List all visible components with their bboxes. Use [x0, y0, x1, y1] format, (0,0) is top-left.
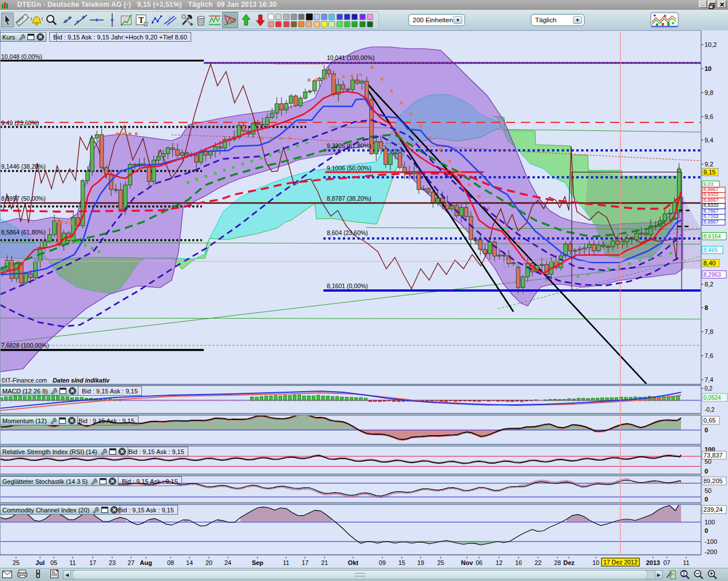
svg-text:9,6: 9,6 [705, 113, 713, 120]
svg-text:2013: 2013 [646, 559, 660, 566]
svg-text:10: 10 [705, 65, 711, 72]
svg-text:Daten sind indikativ: Daten sind indikativ [53, 377, 110, 384]
svg-text:9,4: 9,4 [705, 137, 713, 144]
svg-text:8: 8 [705, 304, 708, 311]
svg-text:11: 11 [683, 559, 689, 566]
svg-text:10: 10 [592, 559, 599, 566]
svg-text:27: 27 [128, 559, 134, 566]
svg-text:08: 08 [167, 559, 174, 566]
svg-text:17: 17 [302, 559, 308, 566]
svg-text:10,2: 10,2 [705, 41, 717, 48]
svg-text:24: 24 [224, 559, 231, 566]
svg-text:0,2: 0,2 [705, 385, 713, 392]
svg-text:28: 28 [554, 559, 561, 566]
svg-text:11: 11 [69, 559, 76, 566]
svg-text:8,7867: 8,7867 [703, 208, 719, 214]
svg-text:8,8867: 8,8867 [703, 197, 719, 203]
svg-text:9,8: 9,8 [705, 89, 713, 96]
svg-text:15: 15 [398, 559, 405, 566]
svg-text:9,2: 9,2 [705, 161, 713, 168]
svg-text:0: 0 [705, 496, 708, 503]
svg-text:0,0524: 0,0524 [703, 395, 721, 401]
svg-text:21: 21 [321, 559, 328, 566]
svg-text:9,3226 (61,80%): 9,3226 (61,80%) [327, 142, 371, 149]
svg-text:Dez: Dez [563, 559, 575, 566]
svg-text:10,048 (0,00%): 10,048 (0,00%) [1, 53, 42, 60]
svg-text:8,6164: 8,6164 [703, 233, 721, 240]
svg-text:0,65: 0,65 [703, 417, 715, 424]
svg-text:Sep: Sep [252, 559, 263, 566]
svg-text:22: 22 [535, 559, 541, 566]
svg-text:0: 0 [705, 527, 708, 534]
svg-text:8,8787 (38,20%): 8,8787 (38,20%) [327, 195, 371, 202]
svg-text:8,604 (23,60%): 8,604 (23,60%) [327, 229, 368, 236]
svg-text:8,8957 (50,00%): 8,8957 (50,00%) [1, 195, 46, 202]
svg-text:10,041 (100,00%): 10,041 (100,00%) [327, 54, 374, 61]
svg-text:Okt: Okt [348, 559, 359, 566]
svg-text:8,8333: 8,8333 [703, 202, 719, 208]
svg-text:8,2963: 8,2963 [703, 272, 721, 278]
svg-text:0: 0 [705, 468, 708, 475]
svg-text:25: 25 [437, 559, 444, 566]
svg-text:9,1006 (50,00%): 9,1006 (50,00%) [327, 165, 371, 172]
svg-text:7,6: 7,6 [705, 352, 713, 359]
svg-text:50: 50 [705, 487, 711, 494]
svg-text:16: 16 [515, 559, 522, 566]
svg-text:239,24: 239,24 [703, 506, 723, 513]
svg-text:06: 06 [476, 559, 482, 566]
svg-text:14: 14 [186, 559, 193, 566]
svg-text:05: 05 [50, 559, 57, 566]
svg-text:-200: -200 [705, 548, 717, 555]
svg-text:12: 12 [496, 559, 503, 566]
svg-text:09: 09 [379, 559, 386, 566]
svg-text:©IT-Finance.com: ©IT-Finance.com [1, 377, 47, 384]
svg-text:9,15: 9,15 [703, 169, 715, 176]
svg-text:8,6867: 8,6867 [703, 219, 719, 225]
svg-text:8,7333: 8,7333 [703, 213, 719, 219]
svg-text:7,6828 (100,00%): 7,6828 (100,00%) [1, 342, 49, 349]
svg-text:100: 100 [705, 519, 715, 526]
svg-text:11: 11 [283, 559, 289, 566]
svg-text:8,5864 (61,80%): 8,5864 (61,80%) [1, 229, 46, 236]
svg-text:8,465: 8,465 [703, 247, 718, 253]
svg-text:23: 23 [109, 559, 116, 566]
svg-text:8,2: 8,2 [705, 281, 713, 288]
svg-text:7,4: 7,4 [705, 376, 713, 383]
svg-text:8,9867: 8,9867 [703, 186, 719, 192]
svg-text:17: 17 [89, 559, 96, 566]
svg-text:-100: -100 [705, 538, 717, 545]
svg-text:Aug: Aug [140, 559, 152, 566]
svg-text:T: T [139, 16, 144, 25]
svg-text:0: 0 [705, 427, 708, 433]
svg-text:9,49 (23,60%): 9,49 (23,60%) [1, 120, 39, 126]
svg-text:Jul: Jul [35, 559, 45, 566]
svg-text:50: 50 [705, 458, 711, 465]
svg-text:25: 25 [13, 559, 19, 566]
svg-text:7,8: 7,8 [705, 328, 713, 335]
svg-text:8,9333: 8,9333 [703, 192, 719, 197]
svg-text:20: 20 [205, 559, 212, 566]
svg-text:8,40: 8,40 [703, 260, 715, 266]
svg-text:17 Dez 2012: 17 Dez 2012 [603, 559, 638, 566]
svg-text:9,1446 (38,20%): 9,1446 (38,20%) [1, 163, 46, 170]
svg-text:-0,2: -0,2 [705, 407, 715, 413]
svg-text:8,1601 (0,00%): 8,1601 (0,00%) [327, 282, 368, 289]
svg-text:89,205: 89,205 [703, 477, 723, 484]
svg-text:07: 07 [663, 559, 670, 566]
svg-text:19: 19 [417, 559, 424, 566]
svg-text:Nov: Nov [461, 559, 474, 566]
